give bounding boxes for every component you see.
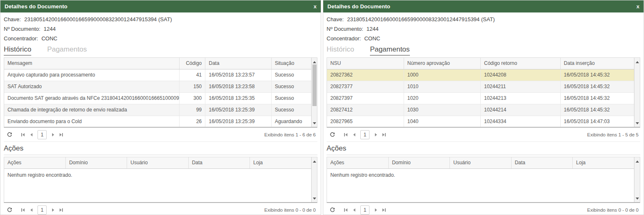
scrollbar[interactable] — [311, 58, 317, 127]
scroll-down-icon[interactable] — [636, 122, 639, 124]
next-page-button[interactable] — [49, 205, 57, 215]
table-cell[interactable]: 20827397 — [327, 92, 404, 104]
previous-page-button[interactable] — [350, 205, 358, 215]
column-header[interactable]: Ações — [4, 157, 65, 168]
table-cell[interactable]: 1000 — [404, 69, 480, 81]
column-header[interactable]: Usuário — [450, 157, 511, 168]
table-cell[interactable]: Documento SAT gerado através da NFCe 231… — [4, 92, 179, 104]
scroll-down-icon[interactable] — [313, 122, 316, 124]
scrollbar-thumb[interactable] — [312, 64, 317, 106]
current-page-input[interactable]: 1 — [360, 205, 369, 215]
table-cell[interactable]: 300 — [179, 92, 205, 104]
table-cell[interactable]: 16/05/2018 13:25:39 — [205, 116, 271, 127]
table-row[interactable]: Enviando documento para o Cold2616/05/20… — [4, 116, 311, 127]
first-page-button[interactable] — [342, 205, 350, 215]
table-row[interactable]: 2082737710101024421116/05/2018 14:45:32 — [327, 81, 634, 92]
close-icon[interactable]: x — [314, 4, 317, 9]
first-page-button[interactable] — [19, 130, 27, 139]
table-cell[interactable]: Sucesso — [271, 92, 311, 104]
column-header[interactable]: Situação — [271, 58, 311, 69]
table-cell[interactable]: 10244211 — [481, 81, 561, 92]
table-cell[interactable]: 16/05/2018 13:25:35 — [205, 92, 271, 104]
column-header[interactable]: Data — [205, 58, 271, 69]
column-header[interactable]: Código retorno — [481, 58, 561, 69]
table-cell[interactable]: 26 — [179, 116, 205, 127]
table-cell[interactable]: 150 — [179, 81, 205, 92]
table-row[interactable]: 2082796510401024433416/05/2018 14:47:03 — [327, 116, 634, 127]
table-row[interactable]: 2082736210001024420816/05/2018 14:45:32 — [327, 69, 634, 81]
last-page-button[interactable] — [57, 205, 65, 215]
column-header[interactable]: Loja — [573, 157, 634, 168]
column-header[interactable]: Data — [511, 157, 572, 168]
scrollbar[interactable] — [634, 58, 640, 127]
table-cell[interactable]: 20827377 — [327, 81, 404, 92]
scroll-down-icon[interactable] — [636, 198, 639, 200]
table-cell[interactable]: Arquivo capturado para processamento — [4, 69, 179, 81]
column-header[interactable]: Domínio — [65, 157, 127, 168]
table-cell[interactable]: Chamada de integração de retorno de envi… — [4, 104, 179, 116]
scroll-up-icon[interactable] — [313, 61, 316, 63]
table-cell[interactable]: 20827362 — [327, 69, 404, 81]
column-header[interactable]: Data — [188, 157, 250, 168]
table-cell[interactable]: 20827965 — [327, 116, 404, 127]
table-row[interactable]: 2082741210301024421416/05/2018 14:45:32 — [327, 104, 634, 116]
scroll-down-icon[interactable] — [313, 198, 316, 200]
table-cell[interactable]: 1010 — [404, 81, 480, 92]
tab-pagamentos[interactable]: Pagamentos — [47, 45, 87, 56]
column-header[interactable]: Número aprovação — [404, 58, 480, 69]
table-row[interactable]: Documento SAT gerado através da NFCe 231… — [4, 92, 311, 104]
table-cell[interactable]: 16/05/2018 14:45:32 — [560, 104, 634, 116]
refresh-icon[interactable] — [328, 130, 337, 139]
table-cell[interactable]: 16/05/2018 14:45:32 — [560, 92, 634, 104]
table-cell[interactable]: 16/05/2018 13:23:58 — [205, 81, 271, 92]
column-header[interactable]: Mensagem — [4, 58, 179, 69]
scrollbar[interactable] — [634, 157, 640, 202]
column-header[interactable]: Código — [179, 58, 205, 69]
table-row[interactable]: Arquivo capturado para processamento4116… — [4, 69, 311, 81]
current-page-input[interactable]: 1 — [37, 130, 47, 139]
last-page-button[interactable] — [380, 130, 388, 139]
table-cell[interactable]: Enviando documento para o Cold — [4, 116, 179, 127]
table-cell[interactable]: 1030 — [404, 104, 480, 116]
previous-page-button[interactable] — [27, 205, 35, 215]
last-page-button[interactable] — [380, 205, 388, 215]
table-cell[interactable]: Sucesso — [271, 81, 311, 92]
table-cell[interactable]: 41 — [179, 69, 205, 81]
first-page-button[interactable] — [342, 130, 350, 139]
table-cell[interactable]: 16/05/2018 13:25:39 — [205, 104, 271, 116]
table-cell[interactable]: Sucesso — [271, 69, 311, 81]
current-page-input[interactable]: 1 — [37, 205, 47, 215]
current-page-input[interactable]: 1 — [360, 130, 369, 139]
column-header[interactable]: Loja — [250, 157, 311, 168]
tab-pagamentos[interactable]: Pagamentos — [370, 45, 409, 56]
table-cell[interactable]: 16/05/2018 14:47:03 — [560, 116, 634, 127]
column-header[interactable]: Usuário — [127, 157, 188, 168]
table-cell[interactable]: 20827412 — [327, 104, 404, 116]
refresh-icon[interactable] — [328, 205, 337, 215]
scroll-up-icon[interactable] — [636, 61, 639, 63]
close-icon[interactable]: x — [637, 4, 639, 9]
table-cell[interactable]: Sucesso — [271, 104, 311, 116]
tab-historico[interactable]: Histórico — [327, 45, 354, 56]
scroll-up-icon[interactable] — [636, 161, 639, 163]
tab-historico[interactable]: Histórico — [4, 45, 31, 56]
refresh-icon[interactable] — [5, 205, 14, 215]
previous-page-button[interactable] — [350, 130, 358, 139]
column-header[interactable]: NSU — [327, 58, 404, 69]
column-header[interactable]: Domínio — [388, 157, 449, 168]
table-cell[interactable]: 10244208 — [481, 69, 561, 81]
table-cell[interactable]: 16/05/2018 14:45:32 — [560, 69, 634, 81]
refresh-icon[interactable] — [5, 130, 14, 139]
table-cell[interactable]: 16/05/2018 14:45:32 — [560, 81, 634, 92]
table-row[interactable]: SAT Autorizado15016/05/2018 13:23:58Suce… — [4, 81, 311, 92]
table-cell[interactable]: SAT Autorizado — [4, 81, 179, 92]
table-cell[interactable]: Aguardando — [271, 116, 311, 127]
next-page-button[interactable] — [49, 130, 57, 139]
next-page-button[interactable] — [372, 130, 380, 139]
table-row[interactable]: Chamada de integração de retorno de envi… — [4, 104, 311, 116]
first-page-button[interactable] — [19, 205, 27, 215]
table-cell[interactable]: 1020 — [404, 92, 480, 104]
previous-page-button[interactable] — [27, 130, 35, 139]
table-row[interactable]: 2082739710201024421316/05/2018 14:45:32 — [327, 92, 634, 104]
table-cell[interactable]: 10244213 — [481, 92, 561, 104]
